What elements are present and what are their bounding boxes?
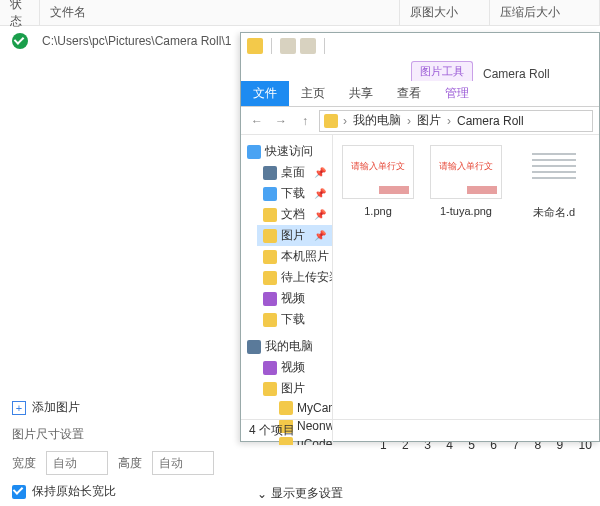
folder-icon <box>263 250 277 264</box>
tab-file[interactable]: 文件 <box>241 81 289 106</box>
context-tab-label: 图片工具 <box>411 61 473 81</box>
tab-share[interactable]: 共享 <box>337 81 385 106</box>
tree-item[interactable]: 下载 <box>257 309 332 330</box>
add-image-label: 添加图片 <box>32 399 80 416</box>
tab-view[interactable]: 查看 <box>385 81 433 106</box>
tab-home[interactable]: 主页 <box>289 81 337 106</box>
width-label: 宽度 <box>12 455 36 472</box>
file-item[interactable]: 请输入单行文 1-tuya.png <box>427 145 505 217</box>
file-pane[interactable]: 请输入单行文 1.png 请输入单行文 1-tuya.png 未命名.d <box>333 135 599 445</box>
plus-icon: + <box>12 401 26 415</box>
col-filename[interactable]: 文件名 <box>40 0 400 25</box>
file-path: C:\Users\pc\Pictures\Camera Roll\1 <box>42 34 231 48</box>
file-explorer-window: 图片工具 Camera Roll 文件 主页 共享 查看 管理 ← → ↑ ›我… <box>240 32 600 442</box>
tree-item[interactable]: 图片 <box>257 378 332 399</box>
file-name: 1.png <box>339 205 417 217</box>
tree-item[interactable]: 本机照片 <box>257 246 332 267</box>
nav-tree: 快速访问 桌面📌 下载📌 文档📌 图片📌 本机照片 待上传安装包 视频 下载 我… <box>241 135 333 445</box>
col-status[interactable]: 状态 <box>0 0 40 25</box>
width-input[interactable] <box>46 451 108 475</box>
folder-icon <box>263 313 277 327</box>
qat-icon[interactable] <box>300 38 316 54</box>
download-icon <box>263 187 277 201</box>
tree-item[interactable]: 文档📌 <box>257 204 332 225</box>
show-more-button[interactable]: ⌄ 显示更多设置 <box>257 485 343 502</box>
titlebar[interactable] <box>241 33 599 59</box>
file-item[interactable]: 未命名.d <box>515 145 593 220</box>
height-input[interactable] <box>152 451 214 475</box>
star-icon <box>247 145 261 159</box>
pictures-icon <box>263 382 277 396</box>
status-bar: 4 个项目 <box>241 419 599 441</box>
desktop-icon <box>263 166 277 180</box>
file-name: 1-tuya.png <box>427 205 505 217</box>
pin-icon: 📌 <box>314 230 326 241</box>
thumbnail: 请输入单行文 <box>430 145 502 199</box>
nav-forward[interactable]: → <box>271 111 291 131</box>
keep-ratio-label: 保持原始长宽比 <box>32 483 116 500</box>
col-compressed-size[interactable]: 压缩后大小 <box>490 0 600 25</box>
document-icon <box>263 208 277 222</box>
nav-back[interactable]: ← <box>247 111 267 131</box>
breadcrumb[interactable]: ›我的电脑 ›图片 ›Camera Roll <box>340 112 527 129</box>
folder-icon <box>279 401 293 415</box>
pin-icon: 📌 <box>314 209 326 220</box>
file-item[interactable]: 请输入单行文 1.png <box>339 145 417 217</box>
thumbnail <box>518 145 590 199</box>
tree-item[interactable]: 图片📌 <box>257 225 332 246</box>
tree-item[interactable]: 视频 <box>257 288 332 309</box>
keep-ratio-checkbox[interactable] <box>12 485 26 499</box>
table-header: 状态 文件名 原图大小 压缩后大小 <box>0 0 600 26</box>
tree-item[interactable]: 待上传安装包 <box>257 267 332 288</box>
pin-icon: 📌 <box>314 167 326 178</box>
window-title: Camera Roll <box>483 67 550 81</box>
pictures-icon <box>263 229 277 243</box>
tab-manage[interactable]: 管理 <box>433 81 481 106</box>
folder-icon <box>263 271 277 285</box>
tree-quick-access[interactable]: 快速访问 <box>241 141 332 162</box>
ribbon-tabs: 文件 主页 共享 查看 管理 <box>241 81 599 107</box>
height-label: 高度 <box>118 455 142 472</box>
folder-icon <box>247 38 263 54</box>
thumbnail: 请输入单行文 <box>342 145 414 199</box>
item-count: 4 个项目 <box>249 422 295 439</box>
file-name: 未命名.d <box>515 205 593 220</box>
nav-up[interactable]: ↑ <box>295 111 315 131</box>
chevron-down-icon: ⌄ <box>257 487 267 501</box>
tree-this-pc[interactable]: 我的电脑 <box>241 336 332 357</box>
col-original-size[interactable]: 原图大小 <box>400 0 490 25</box>
video-icon <box>263 361 277 375</box>
tree-item[interactable]: 桌面📌 <box>257 162 332 183</box>
video-icon <box>263 292 277 306</box>
pin-icon: 📌 <box>314 188 326 199</box>
folder-icon <box>324 114 338 128</box>
address-bar[interactable]: ›我的电脑 ›图片 ›Camera Roll <box>319 110 593 132</box>
tree-item[interactable]: 视频 <box>257 357 332 378</box>
pc-icon <box>247 340 261 354</box>
qat-icon[interactable] <box>280 38 296 54</box>
tree-item[interactable]: MyCam <box>273 399 332 417</box>
status-ok-icon <box>12 33 28 49</box>
tree-item[interactable]: 下载📌 <box>257 183 332 204</box>
